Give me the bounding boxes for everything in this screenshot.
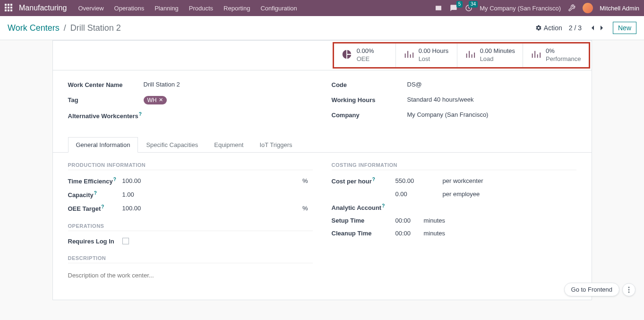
tab-general[interactable]: General Information bbox=[68, 137, 138, 153]
messaging-badge: 5 bbox=[456, 1, 463, 8]
value-cleanup-time[interactable]: 00:00 bbox=[395, 230, 419, 237]
unit-cost-employee: per employee bbox=[443, 190, 480, 198]
svg-point-1 bbox=[628, 286, 630, 288]
tab-iot[interactable]: IoT Triggers bbox=[251, 137, 300, 153]
unit-cost-hour: per workcenter bbox=[443, 177, 483, 184]
nav-link-operations[interactable]: Operations bbox=[114, 5, 145, 12]
control-bar: Work Centers / Drill Station 2 Action 2 … bbox=[0, 16, 644, 40]
tabs: General Information Specific Capacities … bbox=[53, 137, 592, 153]
description-input[interactable] bbox=[68, 270, 313, 281]
stat-lost[interactable]: 0.00 HoursLost bbox=[395, 43, 457, 67]
section-production: PRODUCTION INFORMATION bbox=[68, 162, 313, 170]
go-to-frontend-button[interactable]: Go to Frontend bbox=[564, 283, 619, 296]
label-working-hours: Working Hours bbox=[332, 96, 407, 104]
checkbox-requires-login[interactable] bbox=[122, 238, 129, 244]
nav-link-overview[interactable]: Overview bbox=[78, 5, 103, 12]
label-workcenter-name: Work Center Name bbox=[68, 81, 144, 89]
pager-text[interactable]: 2 / 3 bbox=[569, 24, 582, 32]
pie-chart-icon bbox=[342, 49, 352, 61]
label-capacity: Capacity? bbox=[68, 190, 122, 199]
floating-buttons: Go to Frontend bbox=[564, 283, 635, 296]
section-description: DESCRIPTION bbox=[68, 255, 313, 263]
help-icon[interactable]: ? bbox=[382, 203, 385, 208]
form-sheet: 0.00%OEE 0.00 HoursLost 0.00 MinutesLoad… bbox=[52, 40, 592, 300]
help-icon[interactable]: ? bbox=[139, 112, 142, 117]
nav-right: 5 34 My Company (San Francisco) Mitchell… bbox=[434, 3, 639, 13]
unit-oee-target: % bbox=[302, 205, 313, 212]
pager-prev-button[interactable] bbox=[588, 23, 597, 33]
action-label: Action bbox=[544, 24, 562, 32]
value-setup-time[interactable]: 00:00 bbox=[395, 217, 419, 224]
messaging-icon[interactable]: 5 bbox=[449, 4, 458, 12]
debug-icon[interactable] bbox=[567, 4, 576, 12]
help-icon[interactable]: ? bbox=[113, 177, 116, 182]
label-oee-target: OEE Target? bbox=[68, 204, 122, 212]
value-working-hours[interactable]: Standard 40 hours/week bbox=[407, 96, 576, 103]
tab-equipment[interactable]: Equipment bbox=[206, 137, 251, 153]
bar-chart-icon bbox=[465, 49, 475, 61]
value-cost-employee[interactable]: 0.00 bbox=[395, 190, 433, 198]
dots-vertical-icon bbox=[628, 286, 630, 293]
tag-remove-icon[interactable]: ✕ bbox=[159, 97, 163, 103]
value-workcenter-name[interactable]: Drill Station 2 bbox=[144, 81, 313, 88]
gear-icon bbox=[535, 25, 542, 31]
value-capacity[interactable]: 1.00 bbox=[122, 191, 160, 198]
nav-link-products[interactable]: Products bbox=[189, 5, 213, 12]
apps-icon[interactable] bbox=[5, 4, 13, 12]
bar-chart-icon bbox=[404, 49, 414, 61]
section-costing: COSTING INFORMATION bbox=[332, 162, 576, 170]
label-requires-login: Requires Log In bbox=[68, 238, 122, 245]
top-nav: Manufacturing Overview Operations Planni… bbox=[0, 0, 644, 16]
tab-capacities[interactable]: Specific Capacities bbox=[138, 137, 206, 153]
help-icon[interactable]: ? bbox=[372, 177, 375, 182]
unit-time-efficiency: % bbox=[302, 177, 313, 184]
pager-next-button[interactable] bbox=[598, 23, 606, 33]
label-cost-hour: Cost per hour? bbox=[332, 177, 395, 185]
tab-content-general: PRODUCTION INFORMATION Time Efficiency? … bbox=[53, 153, 592, 300]
unit-setup-time: minutes bbox=[424, 217, 446, 224]
nav-link-planning[interactable]: Planning bbox=[155, 5, 179, 12]
svg-point-3 bbox=[628, 291, 630, 293]
help-icon[interactable]: ? bbox=[94, 190, 97, 196]
svg-point-2 bbox=[628, 289, 630, 290]
company-switcher[interactable]: My Company (San Francisco) bbox=[480, 5, 561, 12]
activities-icon[interactable]: 34 bbox=[464, 4, 473, 12]
tag-pill-wh[interactable]: WH✕ bbox=[144, 96, 167, 104]
label-code: Code bbox=[332, 81, 407, 89]
barcode-icon[interactable] bbox=[434, 4, 443, 12]
label-company: Company bbox=[332, 111, 407, 120]
nav-link-configuration[interactable]: Configuration bbox=[260, 5, 297, 12]
stat-load[interactable]: 0.00 MinutesLoad bbox=[457, 43, 523, 67]
action-button[interactable]: Action bbox=[535, 24, 562, 32]
value-tag[interactable]: WH✕ bbox=[144, 96, 313, 104]
stat-performance[interactable]: 0%Performance bbox=[523, 43, 588, 67]
breadcrumb-separator: / bbox=[64, 23, 66, 33]
value-code[interactable]: DS@ bbox=[407, 81, 576, 88]
unit-cleanup-time: minutes bbox=[424, 230, 446, 237]
stat-oee[interactable]: 0.00%OEE bbox=[334, 43, 395, 67]
bar-chart-icon bbox=[531, 49, 541, 61]
breadcrumb-current: Drill Station 2 bbox=[70, 23, 121, 33]
label-analytic-account: Analytic Account? bbox=[332, 203, 395, 211]
stat-buttons-row: 0.00%OEE 0.00 HoursLost 0.00 MinutesLoad… bbox=[53, 41, 592, 70]
section-operations: OPERATIONS bbox=[68, 223, 313, 231]
breadcrumb-root[interactable]: Work Centers bbox=[8, 23, 60, 33]
new-button[interactable]: New bbox=[613, 22, 636, 34]
help-icon[interactable]: ? bbox=[101, 204, 104, 209]
nav-link-reporting[interactable]: Reporting bbox=[223, 5, 250, 12]
label-alt-workcenters: Alternative Workcenters? bbox=[68, 111, 144, 121]
user-name[interactable]: Mitchell Admin bbox=[600, 5, 639, 12]
nav-brand[interactable]: Manufacturing bbox=[19, 4, 67, 12]
stat-buttons-highlight: 0.00%OEE 0.00 HoursLost 0.00 MinutesLoad… bbox=[333, 42, 590, 69]
label-setup-time: Setup Time bbox=[332, 217, 395, 224]
breadcrumb: Work Centers / Drill Station 2 bbox=[8, 23, 121, 33]
nav-links: Overview Operations Planning Products Re… bbox=[78, 5, 297, 12]
floating-menu-button[interactable] bbox=[622, 283, 635, 296]
value-oee-target[interactable]: 100.00 bbox=[122, 205, 160, 212]
value-cost-hour[interactable]: 550.00 bbox=[395, 177, 433, 184]
value-time-efficiency[interactable]: 100.00 bbox=[122, 177, 160, 184]
label-cleanup-time: Cleanup Time bbox=[332, 230, 395, 237]
label-time-efficiency: Time Efficiency? bbox=[68, 177, 122, 185]
value-company[interactable]: My Company (San Francisco) bbox=[407, 111, 576, 118]
user-avatar[interactable] bbox=[583, 3, 593, 13]
